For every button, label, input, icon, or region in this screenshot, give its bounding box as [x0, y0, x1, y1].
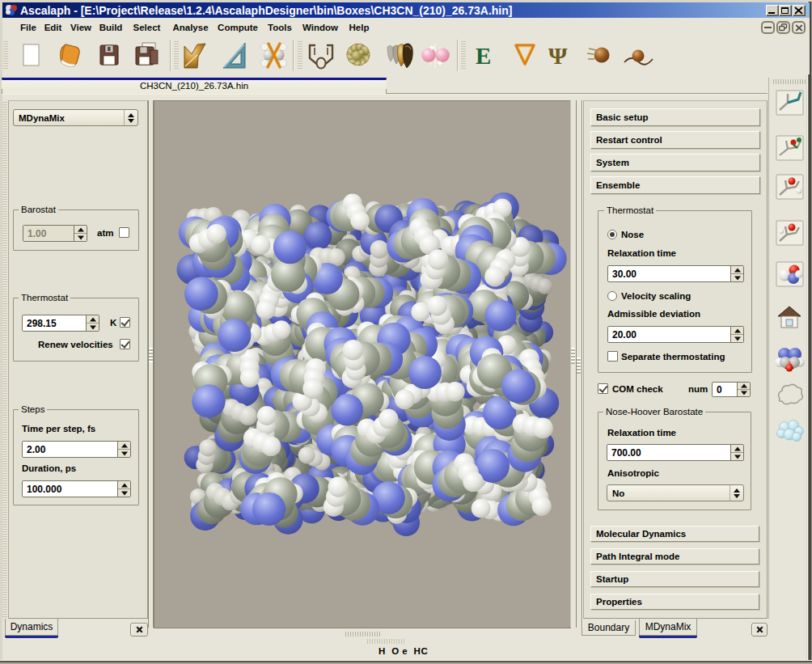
svg-text:E: E [476, 43, 491, 69]
svg-text:Ψ: Ψ [548, 42, 568, 69]
